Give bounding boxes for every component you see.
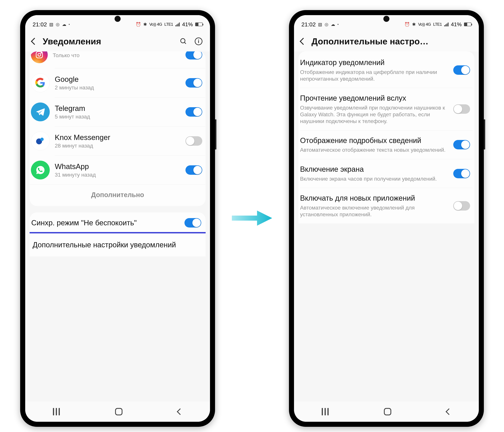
screen-left: 21:02 ▧ ◎ ☁ ⏰ ✱ Vo)) 4G LTE1 41% Уведомл…	[25, 15, 210, 422]
toggle-google[interactable]	[185, 78, 202, 88]
page-title: Уведомления	[43, 36, 173, 46]
toggle-screen-on[interactable]	[453, 169, 470, 178]
telegram-icon	[31, 102, 50, 121]
camera-status-icon: ◎	[324, 22, 328, 27]
app-row-google[interactable]: Google 2 минуты назад	[30, 68, 206, 97]
lte-label: LTE1	[164, 22, 173, 27]
advanced-settings-row[interactable]: Дополнительные настройки уведомлений	[31, 235, 204, 255]
more-button[interactable]: Дополнительно	[30, 185, 206, 206]
row-screen-on[interactable]: Включение экрана Включение экрана часов …	[298, 159, 474, 188]
app-name: Knox Messenger	[55, 133, 180, 142]
cloud-icon: ☁	[62, 22, 66, 27]
row-read-aloud[interactable]: Прочтение уведомлений вслух Озвучивание …	[298, 88, 474, 130]
app-row-whatsapp[interactable]: WhatsApp 31 минуту назад	[30, 156, 206, 184]
toggle-knox[interactable]	[185, 136, 202, 146]
row-indicator[interactable]: Индикатор уведомлений Отображение индика…	[298, 53, 474, 88]
image-icon: ▧	[49, 22, 54, 27]
lte-label: LTE1	[433, 22, 442, 27]
toggle-telegram[interactable]	[185, 107, 202, 117]
dnd-sync-label: Синхр. режим "Не беспокоить"	[31, 218, 180, 227]
nav-home[interactable]	[115, 408, 122, 415]
settings-card: Синхр. режим "Не беспокоить" Дополнитель…	[30, 212, 206, 256]
toggle-read-aloud[interactable]	[453, 104, 470, 114]
status-dot	[338, 24, 339, 25]
toggle-dnd-sync[interactable]	[184, 218, 201, 227]
status-time: 21:02	[33, 21, 47, 28]
battery-pct: 41%	[451, 21, 462, 27]
battery-pct: 41%	[182, 21, 193, 27]
setting-desc: Включение экрана часов при получении уве…	[300, 175, 448, 182]
search-button[interactable]	[179, 37, 188, 46]
toggle-indicator[interactable]	[453, 65, 470, 75]
app-row-telegram[interactable]: Telegram 5 минут назад	[30, 98, 206, 126]
advanced-card: Индикатор уведомлений Отображение индика…	[298, 51, 474, 224]
app-subtitle: Только что	[53, 52, 180, 58]
knox-icon	[31, 132, 50, 150]
app-name: WhatsApp	[55, 162, 180, 171]
transition-arrow	[232, 208, 272, 229]
front-camera	[115, 16, 121, 22]
toggle-instagram[interactable]	[185, 51, 202, 60]
status-dot	[69, 24, 70, 25]
nav-back[interactable]	[177, 408, 183, 415]
back-icon[interactable]	[300, 38, 307, 45]
screen-right: 21:02 ▧ ◎ ☁ ⏰ ✱ Vo)) 4G LTE1 41% Дополни…	[294, 15, 479, 422]
app-subtitle: 31 минуту назад	[55, 172, 180, 178]
toggle-whatsapp[interactable]	[185, 165, 202, 175]
alarm-icon: ⏰	[404, 22, 410, 27]
google-icon	[31, 73, 50, 92]
content-area: Только что Google 2 минуты назад	[25, 51, 210, 402]
volte-label: Vo)) 4G	[149, 22, 162, 27]
nav-recents[interactable]	[322, 408, 329, 415]
battery-icon	[195, 23, 203, 26]
phone-left: 21:02 ▧ ◎ ☁ ⏰ ✱ Vo)) 4G LTE1 41% Уведомл…	[20, 10, 215, 427]
toggle-new-apps[interactable]	[453, 201, 470, 211]
row-new-apps[interactable]: Включать для новых приложений Автоматиче…	[298, 188, 474, 224]
app-name: Telegram	[55, 104, 180, 113]
signal-icon	[444, 22, 449, 26]
svg-marker-7	[232, 211, 272, 226]
svg-point-0	[181, 39, 185, 43]
app-subtitle: 5 минут назад	[55, 114, 180, 120]
nav-recents[interactable]	[53, 408, 60, 415]
cloud-icon: ☁	[331, 22, 335, 27]
search-icon	[180, 38, 187, 45]
status-time: 21:02	[301, 21, 316, 28]
svg-point-6	[40, 138, 44, 141]
whatsapp-icon	[31, 161, 50, 180]
setting-desc: Автоматическое отображение текста новых …	[300, 146, 448, 153]
info-button[interactable]: i	[194, 37, 203, 46]
svg-point-4	[41, 53, 42, 53]
app-row-knox[interactable]: Knox Messenger 28 минут назад	[30, 126, 206, 155]
bluetooth-icon: ✱	[143, 22, 147, 27]
back-icon[interactable]	[31, 38, 38, 45]
setting-title: Включение экрана	[300, 165, 448, 174]
row-details[interactable]: Отображение подробных сведений Автоматич…	[298, 130, 474, 159]
nav-bar	[25, 402, 210, 422]
front-camera	[383, 16, 389, 22]
toggle-details[interactable]	[453, 140, 470, 149]
nav-bar	[294, 402, 479, 422]
svg-line-1	[184, 42, 186, 44]
setting-title: Индикатор уведомлений	[300, 58, 448, 67]
app-row-instagram[interactable]: Только что	[30, 51, 206, 68]
nav-back[interactable]	[446, 408, 452, 415]
info-icon: i	[195, 37, 202, 45]
dnd-sync-row[interactable]: Синхр. режим "Не беспокоить"	[30, 212, 206, 233]
instagram-icon	[31, 51, 48, 63]
setting-desc: Отображение индикатора на циферблате при…	[300, 69, 448, 82]
advanced-settings-label: Дополнительные настройки уведомлений	[33, 241, 203, 249]
battery-icon	[464, 23, 471, 26]
page-header: Уведомления i	[25, 32, 210, 51]
app-name: Google	[55, 75, 180, 83]
setting-title: Включать для новых приложений	[300, 194, 448, 203]
volte-label: Vo)) 4G	[418, 22, 431, 27]
alarm-icon: ⏰	[135, 22, 141, 27]
nav-home[interactable]	[384, 408, 391, 415]
setting-desc: Озвучивание уведомлений при подключении …	[300, 104, 448, 125]
content-area: Индикатор уведомлений Отображение индика…	[294, 51, 479, 402]
svg-point-3	[38, 54, 41, 56]
app-subtitle: 2 минуты назад	[55, 84, 180, 91]
highlight-advanced: Дополнительные настройки уведомлений	[30, 232, 206, 256]
apps-card: Только что Google 2 минуты назад	[30, 51, 206, 206]
